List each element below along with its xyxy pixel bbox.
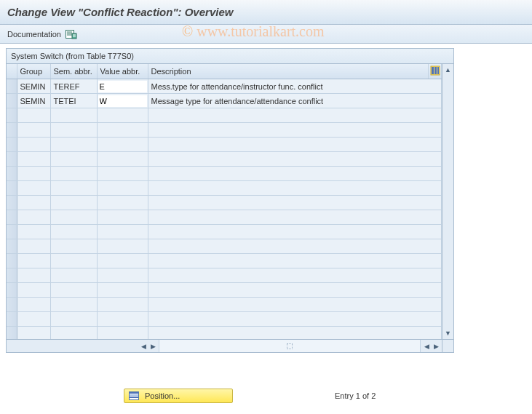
scroll-left-icon[interactable]: ◀ — [139, 342, 148, 351]
row-selector[interactable] — [7, 138, 17, 152]
row-selector-header[interactable] — [7, 64, 17, 79]
cell-group — [17, 181, 50, 196]
row-selector[interactable] — [7, 225, 17, 239]
cell-group — [17, 283, 50, 298]
cell-description — [148, 152, 442, 167]
svg-rect-9 — [434, 67, 437, 74]
cell-group: SEMIN — [17, 94, 50, 108]
row-selector[interactable] — [7, 123, 17, 138]
cell-sem-abbr: TETEI — [50, 94, 97, 108]
row-selector[interactable] — [7, 312, 17, 327]
cell-group — [17, 327, 50, 340]
position-button[interactable]: Position... — [124, 389, 233, 403]
row-selector[interactable] — [7, 152, 17, 167]
row-selector[interactable] — [7, 94, 17, 108]
table-row — [7, 254, 442, 268]
cell-description — [148, 283, 442, 298]
table-row — [7, 298, 442, 312]
row-selector[interactable] — [7, 239, 17, 254]
cell-description — [148, 298, 442, 312]
row-selector[interactable] — [7, 298, 17, 312]
cell-value-abbr — [97, 239, 148, 254]
row-selector[interactable] — [7, 283, 17, 298]
cell-group — [17, 152, 50, 167]
row-selector[interactable] — [7, 196, 17, 210]
cell-sem-abbr — [50, 225, 97, 239]
vertical-scrollbar[interactable]: ▲ ▼ — [442, 64, 453, 339]
footer: Position... Entry 1 of 2 — [0, 389, 532, 403]
cell-description: Mess.type for attendance/instructor func… — [148, 79, 442, 94]
cell-value-abbr — [97, 152, 148, 167]
documentation-link[interactable]: Documentation — [7, 30, 61, 39]
scroll-down-icon[interactable]: ▼ — [444, 329, 453, 338]
cell-value-abbr — [97, 108, 148, 123]
cell-value-abbr — [97, 268, 148, 283]
row-selector[interactable] — [7, 181, 17, 196]
table-row — [7, 138, 442, 152]
documentation-icon[interactable] — [65, 29, 77, 39]
cell-group: SEMIN — [17, 79, 50, 94]
table-row — [7, 108, 442, 123]
row-selector[interactable] — [7, 167, 17, 181]
table-row — [7, 312, 442, 327]
table-settings-button[interactable] — [429, 64, 442, 79]
scroll-right-icon[interactable]: ▶ — [148, 342, 157, 351]
value-abbr-input[interactable] — [98, 95, 147, 107]
table-row — [7, 225, 442, 239]
cell-value-abbr — [97, 167, 148, 181]
cell-description — [148, 108, 442, 123]
cell-value-abbr — [97, 210, 148, 225]
cell-sem-abbr — [50, 196, 97, 210]
cell-sem-abbr — [50, 210, 97, 225]
cell-value-abbr — [97, 298, 148, 312]
application-toolbar: Documentation — [0, 25, 532, 44]
col-value-abbr[interactable]: Value abbr. — [97, 64, 148, 79]
table-row — [7, 123, 442, 138]
cell-value-abbr — [97, 254, 148, 268]
cell-value-abbr — [97, 283, 148, 298]
cell-value-abbr — [97, 196, 148, 210]
table-row — [7, 210, 442, 225]
row-selector[interactable] — [7, 327, 17, 340]
cell-group — [17, 254, 50, 268]
table-row — [7, 167, 442, 181]
row-selector[interactable] — [7, 268, 17, 283]
cell-value-abbr — [97, 312, 148, 327]
horizontal-scrollbar[interactable] — [159, 340, 421, 352]
scroll-up-icon[interactable]: ▲ — [444, 65, 453, 74]
row-selector[interactable] — [7, 79, 17, 94]
table-row: SEMINTEREFMess.type for attendance/instr… — [7, 79, 442, 94]
cell-description — [148, 181, 442, 196]
row-selector[interactable] — [7, 108, 17, 123]
header-row: Group Sem. abbr. Value abbr. Description — [7, 64, 442, 79]
row-selector[interactable] — [7, 254, 17, 268]
value-abbr-input[interactable] — [98, 81, 147, 92]
col-sem-abbr[interactable]: Sem. abbr. — [50, 64, 97, 79]
cell-description — [148, 167, 442, 181]
cell-group — [17, 239, 50, 254]
cell-description — [148, 327, 442, 340]
table-row — [7, 239, 442, 254]
scroll-left-end-icon[interactable]: ◀ — [422, 342, 431, 351]
position-button-label: Position... — [145, 391, 180, 400]
scroll-right-end-icon[interactable]: ▶ — [432, 342, 440, 351]
cell-sem-abbr — [50, 283, 97, 298]
table-row: SEMINTETEIMessage type for attendance/at… — [7, 94, 442, 108]
row-selector[interactable] — [7, 210, 17, 225]
cell-sem-abbr — [50, 312, 97, 327]
cell-group — [17, 268, 50, 283]
col-group[interactable]: Group — [17, 64, 50, 79]
cell-group — [17, 210, 50, 225]
cell-value-abbr — [97, 123, 148, 138]
position-icon — [129, 391, 139, 400]
cell-description — [148, 138, 442, 152]
data-grid: Group Sem. abbr. Value abbr. Description — [7, 64, 442, 339]
cell-group — [17, 167, 50, 181]
cell-description — [148, 268, 442, 283]
table-row — [7, 181, 442, 196]
svg-rect-12 — [130, 392, 138, 394]
cell-sem-abbr — [50, 181, 97, 196]
content-area: System Switch (from Table T77S0) — [0, 44, 532, 353]
col-description[interactable]: Description — [148, 64, 429, 79]
cell-description — [148, 225, 442, 239]
